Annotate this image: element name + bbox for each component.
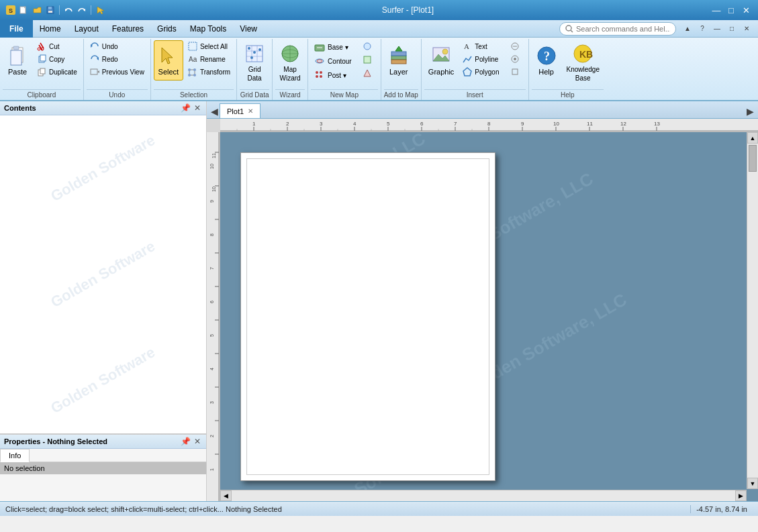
svg-point-32	[193, 68, 196, 71]
menu-maptools[interactable]: Map Tools	[183, 20, 233, 38]
svg-text:Aa: Aa	[189, 56, 197, 63]
polygon-button[interactable]: Polygon	[459, 66, 502, 78]
extra3-icon	[363, 68, 372, 78]
svg-text:8: 8	[209, 233, 214, 236]
inner-close-btn[interactable]: ✕	[741, 23, 753, 35]
ribbon-group-help: ? Help KB Knowledge Base Help	[529, 39, 606, 100]
info-tab[interactable]: Info	[0, 449, 30, 462]
graphic-icon	[430, 45, 452, 66]
help-question-btn[interactable]: ?	[696, 23, 708, 35]
contents-title: Contents	[4, 104, 36, 112]
select-button[interactable]: Select	[154, 40, 183, 81]
menu-grids[interactable]: Grids	[150, 20, 183, 38]
copy-icon	[37, 54, 46, 64]
post-button[interactable]: Post ▾	[311, 68, 355, 82]
transform-button[interactable]: Transform	[185, 66, 234, 78]
tab-close-btn[interactable]: ✕	[248, 107, 253, 115]
search-input[interactable]	[576, 25, 670, 33]
scroll-right-btn[interactable]: ▶	[735, 490, 747, 501]
undo-label: Undo	[87, 89, 148, 100]
grid-data-button[interactable]: Grid Data	[240, 40, 269, 85]
scroll-v-track[interactable]	[747, 144, 758, 478]
menu-features[interactable]: Features	[105, 20, 150, 38]
svg-text:3: 3	[320, 121, 323, 127]
scroll-h-track[interactable]	[232, 490, 735, 501]
plot1-tab[interactable]: Plot1 ✕	[220, 103, 260, 118]
properties-close-btn[interactable]: ✕	[193, 437, 202, 446]
newmap-extra2[interactable]	[359, 54, 378, 66]
scroll-down-btn[interactable]: ▼	[747, 478, 758, 489]
cut-button[interactable]: Cut	[34, 40, 81, 52]
minimize-btn[interactable]: —	[710, 3, 723, 17]
properties-pin-btn[interactable]: 📌	[181, 437, 190, 446]
tab-nav-right[interactable]: ▶	[745, 105, 755, 118]
kb-icon: KB	[572, 43, 594, 64]
contents-area: Golden Software Golden Software Golden S…	[0, 115, 206, 433]
contents-pin-btn[interactable]: 📌	[181, 103, 190, 113]
svg-text:5: 5	[209, 334, 214, 337]
scroll-left-btn[interactable]: ◀	[220, 490, 232, 501]
insert-content: Graphic A Text Polyline Polygon	[424, 40, 526, 88]
select-all-button[interactable]: Select All	[185, 40, 234, 52]
graphic-button[interactable]: Graphic	[424, 40, 459, 81]
menu-file[interactable]: File	[0, 20, 33, 38]
menu-bar: File Home Layout Features Grids Map Tool…	[0, 20, 758, 38]
menu-layout[interactable]: Layout	[68, 20, 105, 38]
copy-button[interactable]: Copy	[34, 53, 81, 65]
canvas-content: Golden Software, LLC Golden Software, LL…	[220, 132, 758, 501]
scroll-v-thumb[interactable]	[749, 145, 757, 172]
newmap-extra1[interactable]	[359, 40, 378, 52]
map-wizard-button[interactable]: Map Wizard	[275, 40, 305, 85]
qat-open-btn[interactable]	[31, 4, 43, 16]
menu-home[interactable]: Home	[33, 20, 68, 38]
help-button[interactable]: ? Help	[532, 40, 561, 81]
text-insert-button[interactable]: A Text	[459, 40, 502, 52]
paste-button[interactable]: Paste	[3, 40, 32, 81]
insert-extra2[interactable]	[507, 53, 526, 65]
newmap-extra3[interactable]	[359, 67, 378, 79]
contents-close-btn[interactable]: ✕	[193, 103, 202, 113]
title-bar-controls: — □ ✕	[710, 3, 753, 17]
rename-button[interactable]: Aa Rename	[185, 53, 234, 65]
svg-text:8: 8	[487, 121, 491, 127]
svg-text:2: 2	[209, 435, 214, 437]
insert-extra1[interactable]	[507, 40, 526, 52]
previous-view-button[interactable]: Previous View	[87, 66, 148, 78]
qat-redo-btn[interactable]	[76, 4, 88, 16]
scrollbar-vertical: ▲ ▼	[747, 132, 758, 489]
qat-cursor-btn[interactable]	[94, 4, 106, 16]
close-btn[interactable]: ✕	[739, 3, 753, 17]
tab-nav-left[interactable]: ◀	[209, 105, 220, 118]
canvas-scroll-container: 1 2 3 4 5 6 7 8 9 10 11 12 13	[207, 119, 758, 501]
menu-view[interactable]: View	[233, 20, 264, 38]
inner-maximize-btn[interactable]: □	[726, 23, 738, 35]
help-menu-btn[interactable]: ▲	[681, 23, 694, 35]
qat-new-btn[interactable]	[17, 4, 30, 16]
addtomap-content: Layer	[384, 40, 418, 88]
maximize-btn[interactable]: □	[724, 3, 738, 17]
knowledge-base-button[interactable]: KB Knowledge Base	[563, 40, 604, 85]
layer-button[interactable]: Layer	[384, 40, 414, 81]
svg-rect-25	[91, 69, 97, 74]
inner-minimize-btn[interactable]: —	[711, 23, 723, 35]
undo-content: Undo Redo Previous View	[87, 40, 148, 88]
properties-header: Properties - Nothing Selected 📌 ✕	[0, 435, 206, 449]
redo-button[interactable]: Redo	[87, 53, 148, 65]
polyline-button[interactable]: Polyline	[459, 53, 502, 65]
sidebar: Contents 📌 ✕ Golden Software Golden Soft…	[0, 101, 207, 501]
contour-button[interactable]: Contour	[311, 54, 355, 68]
scroll-up-btn[interactable]: ▲	[747, 132, 758, 144]
svg-rect-60	[391, 52, 406, 56]
insert-extra3[interactable]	[507, 66, 526, 78]
svg-point-51	[317, 60, 322, 62]
qat-save-btn[interactable]	[44, 4, 56, 16]
status-coords: -4.57 in, 8.74 in	[690, 505, 753, 513]
base-button[interactable]: Base ▾	[311, 40, 355, 54]
qat-undo-btn[interactable]	[62, 4, 75, 16]
help-icons: ▲ ? — □ ✕	[681, 23, 758, 35]
undo-small-btns: Undo Redo Previous View	[87, 40, 148, 78]
undo-button[interactable]: Undo	[87, 40, 148, 52]
duplicate-button[interactable]: Duplicate	[34, 66, 81, 78]
insert-label: Insert	[424, 89, 526, 100]
svg-rect-57	[364, 56, 371, 63]
